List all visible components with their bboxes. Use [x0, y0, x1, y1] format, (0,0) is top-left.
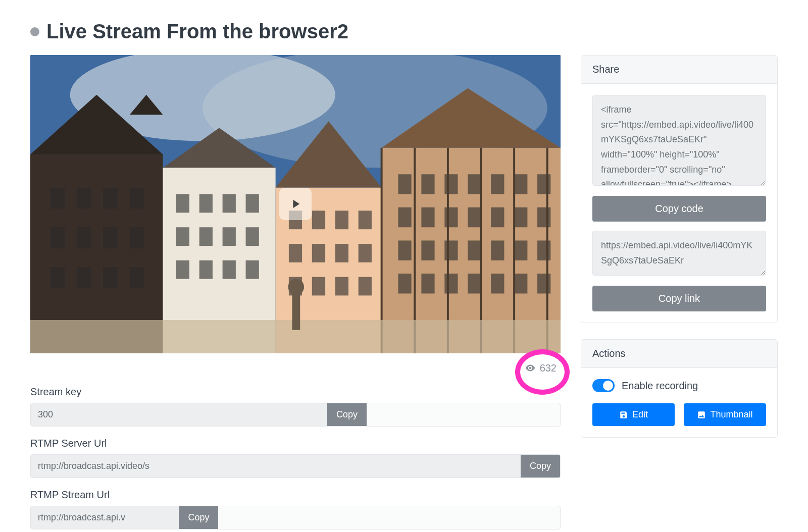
svg-rect-83: [292, 294, 300, 330]
svg-rect-38: [335, 210, 348, 229]
svg-rect-27: [246, 194, 259, 213]
svg-rect-30: [223, 227, 236, 246]
svg-rect-57: [444, 207, 458, 227]
edit-button[interactable]: Edit: [592, 403, 675, 426]
svg-rect-70: [421, 274, 434, 293]
svg-rect-34: [223, 260, 236, 279]
play-button[interactable]: [279, 188, 312, 220]
rtmp-stream-label: RTMP Stream Url: [30, 489, 561, 501]
svg-rect-50: [444, 174, 458, 194]
svg-rect-48: [398, 174, 411, 194]
svg-rect-17: [77, 227, 91, 248]
copy-rtmp-stream-button[interactable]: Copy: [179, 506, 218, 529]
svg-rect-31: [246, 227, 259, 246]
svg-rect-75: [537, 274, 550, 293]
svg-rect-52: [491, 174, 504, 194]
rtmp-server-label: RTMP Server Url: [30, 438, 561, 449]
svg-rect-13: [77, 188, 91, 209]
svg-rect-64: [444, 241, 458, 260]
page-title-row: Live Stream From the browser2: [30, 20, 778, 43]
copy-stream-key-button[interactable]: Copy: [327, 403, 367, 426]
svg-rect-40: [289, 244, 302, 262]
svg-rect-21: [77, 267, 91, 288]
svg-rect-45: [312, 277, 325, 296]
svg-rect-69: [398, 274, 411, 293]
svg-rect-74: [514, 274, 527, 293]
embed-code-textarea[interactable]: [592, 95, 766, 186]
svg-rect-22: [103, 267, 118, 288]
share-link-textarea[interactable]: [592, 231, 766, 276]
svg-rect-20: [50, 267, 65, 288]
page-title: Live Stream From the browser2: [46, 20, 348, 43]
svg-rect-72: [468, 274, 481, 293]
svg-rect-62: [398, 241, 411, 260]
svg-rect-42: [335, 244, 348, 262]
svg-rect-65: [468, 241, 481, 260]
copy-code-button[interactable]: Copy code: [592, 196, 766, 222]
view-count-row: 632: [30, 353, 561, 386]
stream-key-input[interactable]: [31, 403, 327, 426]
svg-rect-61: [537, 207, 550, 227]
copy-link-button[interactable]: Copy link: [592, 286, 766, 311]
svg-rect-59: [491, 207, 504, 227]
status-dot-icon: [30, 27, 39, 36]
thumbnail-button-label: Thumbnail: [710, 409, 752, 420]
svg-rect-73: [491, 274, 504, 293]
svg-rect-28: [176, 227, 189, 246]
share-panel: Share Copy code Copy link: [581, 55, 778, 323]
svg-rect-15: [130, 188, 144, 209]
svg-rect-14: [103, 188, 118, 209]
svg-rect-55: [398, 207, 411, 227]
svg-rect-51: [468, 174, 481, 194]
copy-rtmp-server-button[interactable]: Copy: [521, 455, 560, 477]
svg-rect-33: [199, 260, 213, 279]
svg-rect-32: [176, 260, 189, 279]
svg-point-84: [288, 279, 305, 295]
svg-rect-54: [537, 174, 550, 194]
svg-rect-41: [312, 244, 325, 262]
edit-button-label: Edit: [632, 409, 648, 420]
thumbnail-button[interactable]: Thumbnail: [684, 403, 766, 426]
svg-rect-29: [199, 227, 213, 246]
rtmp-server-input[interactable]: [31, 455, 521, 477]
svg-rect-43: [359, 244, 372, 262]
svg-rect-47: [359, 277, 372, 296]
svg-rect-66: [491, 241, 504, 260]
actions-panel-title: Actions: [581, 340, 777, 368]
svg-rect-19: [130, 227, 144, 248]
share-panel-title: Share: [581, 56, 777, 84]
svg-rect-46: [335, 277, 348, 296]
eye-icon: [525, 362, 536, 374]
video-player[interactable]: [30, 55, 561, 353]
view-count: 632: [540, 362, 557, 374]
svg-rect-37: [312, 210, 325, 229]
svg-rect-67: [514, 241, 527, 260]
svg-rect-63: [421, 241, 434, 260]
svg-rect-39: [359, 210, 372, 229]
image-icon: [697, 410, 706, 419]
play-icon: [288, 197, 302, 211]
svg-rect-56: [421, 207, 434, 227]
svg-rect-53: [514, 174, 527, 194]
svg-rect-18: [103, 227, 118, 248]
svg-rect-68: [537, 241, 550, 260]
rtmp-stream-input[interactable]: [31, 506, 179, 529]
svg-rect-23: [130, 267, 144, 288]
enable-recording-label: Enable recording: [622, 380, 698, 392]
svg-rect-12: [50, 188, 65, 209]
enable-recording-toggle[interactable]: [592, 379, 615, 392]
stream-key-label: Stream key: [30, 386, 561, 398]
svg-rect-24: [176, 194, 189, 213]
svg-rect-71: [444, 274, 458, 293]
svg-rect-58: [468, 207, 481, 227]
svg-rect-60: [514, 207, 527, 227]
svg-rect-49: [421, 174, 434, 194]
svg-rect-35: [246, 260, 259, 279]
svg-rect-16: [50, 227, 65, 248]
actions-panel: Actions Enable recording Edit Thumbnail: [581, 339, 778, 438]
svg-rect-25: [199, 194, 213, 213]
save-icon: [619, 410, 628, 419]
svg-rect-26: [223, 194, 236, 213]
